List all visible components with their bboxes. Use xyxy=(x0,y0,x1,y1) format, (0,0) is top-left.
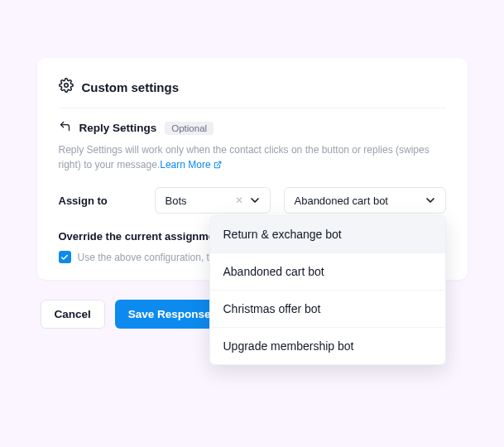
bot-dropdown-menu: Return & exchange bot Abandoned cart bot… xyxy=(209,215,446,365)
reply-icon xyxy=(59,120,71,136)
section-title-row: Reply Settings Optional xyxy=(59,120,446,136)
card-header: Custom settings xyxy=(59,78,446,108)
assign-type-value: Bots xyxy=(166,195,235,207)
dropdown-option[interactable]: Christmas offer bot xyxy=(210,291,445,328)
save-button[interactable]: Save Response xyxy=(115,300,224,329)
settings-card: Custom settings Reply Settings Optional … xyxy=(37,58,468,280)
dropdown-option[interactable]: Return & exchange bot xyxy=(210,216,445,253)
svg-point-0 xyxy=(64,84,68,88)
help-text-body: Reply Settings will work only when the c… xyxy=(59,144,430,171)
assign-target-select[interactable]: Abandoned cart bot xyxy=(284,187,446,214)
dropdown-option[interactable]: Abandoned cart bot xyxy=(210,253,445,291)
optional-badge: Optional xyxy=(165,122,214,135)
assign-target-value: Abandoned cart bot xyxy=(295,195,424,207)
assign-type-select[interactable]: Bots ✕ xyxy=(155,187,271,214)
assign-label: Assign to xyxy=(59,195,142,207)
gear-icon xyxy=(59,78,74,96)
chevron-down-icon xyxy=(248,194,262,207)
cancel-button[interactable]: Cancel xyxy=(41,300,105,329)
card-title: Custom settings xyxy=(82,80,180,94)
override-checkbox[interactable] xyxy=(59,251,71,263)
clear-icon[interactable]: ✕ xyxy=(235,195,243,206)
svg-line-1 xyxy=(217,161,221,166)
chevron-down-icon xyxy=(424,194,437,207)
external-link-icon xyxy=(214,159,222,171)
learn-more-link[interactable]: Learn More xyxy=(160,159,222,171)
help-text: Reply Settings will work only when the c… xyxy=(59,142,446,172)
dropdown-option[interactable]: Upgrade membership bot xyxy=(210,328,445,364)
section-title: Reply Settings xyxy=(79,122,157,134)
assign-row: Assign to Bots ✕ Abandoned cart bot xyxy=(59,187,446,214)
